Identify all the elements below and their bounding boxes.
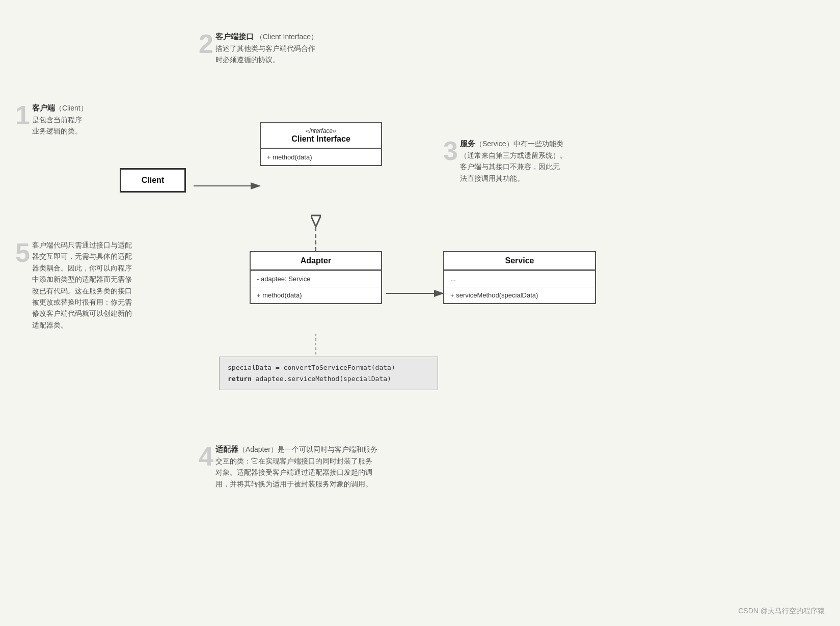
annotation-3: 3 服务（Service）中有一些功能类（通常来自第三方或遗留系统）。客户端与其… — [443, 138, 637, 184]
adapter-classname: Adapter — [257, 256, 375, 265]
service-classname: Service — [450, 256, 589, 265]
code-line1: specialData = convertToServiceFormat(dat… — [228, 362, 429, 373]
adapter-method: + method(data) — [251, 287, 381, 303]
ci-stereotype: «interface» — [267, 127, 375, 134]
client-interface-box: «interface» Client Interface + method(da… — [260, 122, 382, 166]
annotation-1: 1 客户端（Client） 是包含当前程序业务逻辑的类。 — [15, 102, 138, 137]
adapter-box: Adapter - adaptee: Service + method(data… — [250, 251, 382, 304]
service-field: ... — [444, 270, 595, 287]
service-method: + serviceMethod(specialData) — [444, 287, 595, 303]
code-box: specialData = convertToServiceFormat(dat… — [219, 357, 438, 390]
client-box: Client — [120, 168, 186, 193]
code-line2: return adaptee.serviceMethod(specialData… — [228, 373, 429, 385]
client-label: Client — [142, 176, 164, 184]
ci-classname: Client Interface — [267, 134, 375, 144]
annotation-5: 5 客户端代码只需通过接口与适配器交互即可，无需与具体的适配器类耦合。因此，你可… — [15, 239, 158, 331]
annotation-2: 2 客户端接口 （Client Interface） 描述了其他类与客户端代码合… — [199, 31, 382, 66]
annotation-4: 4 适配器（Adapter）是一个可以同时与客户端和服务交互的类：它在实现客户端… — [199, 443, 504, 489]
adapter-field: - adaptee: Service — [251, 270, 381, 287]
watermark: CSDN @天马行空的程序猿 — [738, 607, 825, 616]
ci-method: + method(data) — [261, 149, 381, 165]
service-box: Service ... + serviceMethod(specialData) — [443, 251, 596, 304]
diagram-container: 1 客户端（Client） 是包含当前程序业务逻辑的类。 2 客户端接口 （Cl… — [0, 0, 840, 626]
